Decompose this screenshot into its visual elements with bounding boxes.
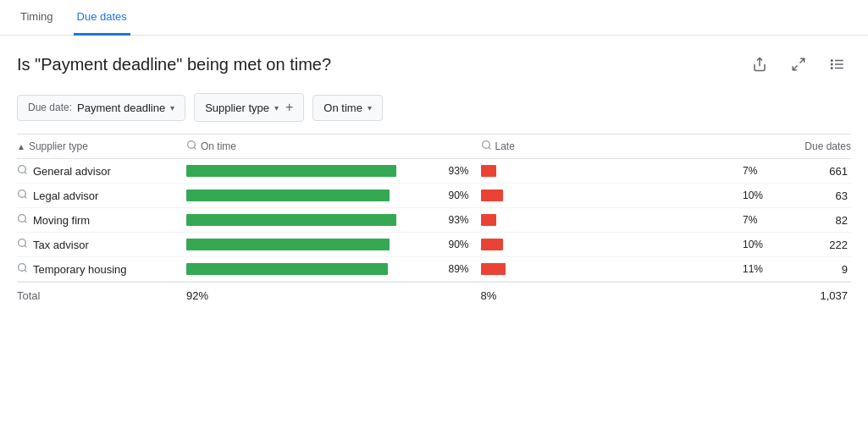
supplier-cell: Tax advisor	[17, 238, 186, 251]
svg-point-9	[188, 141, 196, 149]
svg-line-22	[25, 270, 26, 272]
late-bar-cell: 10%	[481, 238, 776, 251]
on-time-value: On time	[323, 102, 362, 114]
late-bar-cell: 11%	[481, 262, 776, 276]
total-due-dates: 1,037	[775, 289, 851, 302]
ontime-pct-label: 89%	[449, 263, 473, 275]
ontime-bar-wrap	[186, 262, 444, 276]
svg-point-19	[19, 239, 26, 247]
due-dates-cell: 9	[775, 263, 851, 276]
svg-line-18	[25, 221, 26, 222]
ontime-bar	[186, 190, 390, 201]
late-bar	[481, 239, 504, 250]
ontime-pct-label: 90%	[449, 190, 473, 201]
supplier-type-value: Supplier type	[205, 102, 269, 114]
supplier-name: Temporary housing	[33, 263, 127, 276]
svg-point-6	[832, 60, 833, 62]
search-late-icon	[481, 140, 492, 153]
menu-button[interactable]	[824, 51, 851, 78]
late-pct-label: 10%	[743, 239, 766, 250]
supplier-type-chevron-icon: ▾	[274, 103, 279, 113]
ontime-pct-label: 90%	[449, 239, 473, 250]
late-bar	[481, 214, 497, 226]
ontime-bar-cell: 93%	[186, 213, 481, 227]
due-dates-cell: 63	[775, 190, 851, 202]
due-date-filter[interactable]: Due date: Payment deadline ▾	[17, 95, 185, 121]
supplier-name: General advisor	[33, 165, 111, 178]
title-row: Is "Payment deadline" being met on time?	[0, 36, 868, 86]
late-bar-cell: 7%	[481, 164, 776, 178]
ontime-bar	[186, 263, 388, 275]
add-filter-icon[interactable]: +	[285, 100, 293, 115]
col-due-dates: Due dates	[775, 140, 851, 152]
total-label: Total	[17, 289, 186, 302]
svg-line-12	[489, 147, 490, 149]
expand-button[interactable]	[785, 51, 812, 78]
due-date-value: Payment deadline	[77, 102, 165, 114]
due-dates-cell: 222	[775, 239, 851, 251]
table-header: ▲ Supplier type On time Late	[17, 135, 851, 159]
on-time-chevron-icon: ▾	[368, 103, 372, 113]
row-search-icon[interactable]	[17, 189, 28, 202]
table-row: General advisor 93% 7% 661	[17, 159, 851, 184]
row-search-icon[interactable]	[17, 238, 28, 251]
table-row: Tax advisor 90% 10% 222	[17, 233, 851, 257]
svg-line-2	[793, 66, 797, 70]
svg-line-14	[25, 172, 26, 173]
late-bar	[481, 190, 504, 201]
ontime-pct-label: 93%	[449, 165, 473, 177]
late-pct-label: 7%	[743, 165, 766, 177]
sort-arrow-icon: ▲	[17, 142, 25, 151]
row-search-icon[interactable]	[17, 213, 28, 227]
late-pct-label: 10%	[743, 190, 766, 201]
col-on-time: On time	[186, 140, 481, 153]
ontime-bar-cell: 93%	[186, 164, 481, 178]
col-supplier-type: ▲ Supplier type	[17, 140, 186, 152]
supplier-cell: Moving firm	[17, 213, 186, 227]
late-bar-wrap	[481, 213, 738, 227]
late-bar-cell: 7%	[481, 213, 776, 227]
svg-point-11	[482, 141, 489, 149]
search-ontime-icon	[186, 140, 197, 153]
late-bar-wrap	[481, 238, 738, 251]
svg-point-8	[832, 68, 833, 69]
table-body: General advisor 93% 7% 661	[17, 159, 851, 282]
total-row: Total 92% 8% 1,037	[17, 282, 851, 309]
due-date-label: Due date:	[28, 102, 72, 113]
ontime-bar	[186, 214, 396, 226]
due-date-chevron-icon: ▾	[170, 103, 174, 113]
due-dates-cell: 82	[775, 214, 851, 227]
ontime-bar-cell: 90%	[186, 189, 481, 202]
table-row: Temporary housing 89% 11% 9	[17, 257, 851, 282]
late-pct-label: 11%	[743, 263, 766, 275]
data-table: ▲ Supplier type On time Late	[17, 134, 851, 445]
svg-point-13	[19, 166, 26, 173]
svg-line-1	[800, 58, 804, 63]
table-row: Legal advisor 90% 10% 63	[17, 184, 851, 208]
svg-line-10	[194, 147, 196, 149]
total-late-pct: 8%	[481, 289, 776, 302]
late-col-label: Late	[495, 140, 515, 152]
on-time-filter[interactable]: On time ▾	[312, 95, 383, 121]
share-button[interactable]	[746, 51, 773, 78]
ontime-col-label: On time	[201, 140, 236, 152]
supplier-cell: General advisor	[17, 164, 186, 178]
tab-timing[interactable]: Timing	[17, 0, 57, 36]
late-bar-wrap	[481, 262, 738, 276]
ontime-bar	[186, 239, 390, 250]
tab-due-dates[interactable]: Due dates	[74, 0, 130, 36]
ontime-bar-wrap	[186, 189, 444, 202]
row-search-icon[interactable]	[17, 262, 28, 276]
supplier-col-label: Supplier type	[29, 140, 88, 152]
late-pct-label: 7%	[743, 214, 766, 226]
supplier-name: Moving firm	[33, 214, 90, 227]
supplier-cell: Temporary housing	[17, 262, 186, 276]
main-container: Timing Due dates Is "Payment deadline" b…	[0, 0, 868, 445]
svg-point-21	[19, 264, 26, 272]
row-search-icon[interactable]	[17, 164, 28, 178]
svg-line-20	[25, 245, 26, 247]
ontime-bar	[186, 165, 396, 177]
late-bar	[481, 263, 506, 275]
total-ontime-pct: 92%	[186, 289, 481, 302]
supplier-type-filter[interactable]: Supplier type ▾ +	[194, 93, 304, 122]
